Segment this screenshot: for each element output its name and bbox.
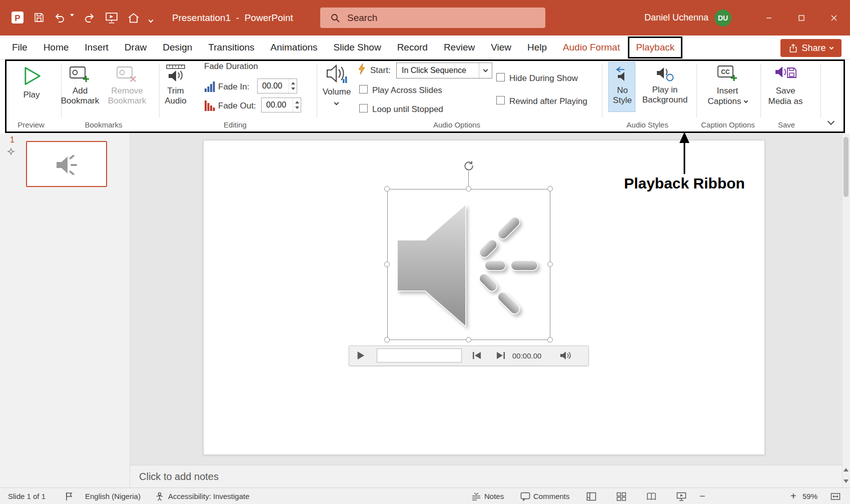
tab-record[interactable]: Record xyxy=(389,36,436,60)
tab-help[interactable]: Help xyxy=(519,36,555,60)
fade-in-label: Fade In: xyxy=(218,82,249,92)
tab-draw[interactable]: Draw xyxy=(117,36,155,60)
media-progress-bar[interactable] xyxy=(377,348,462,362)
loop-until-stopped-label: Loop until Stopped xyxy=(372,104,443,114)
annotation-label: Playback Ribbon xyxy=(609,175,759,192)
play-in-background-button[interactable]: Play in Background xyxy=(636,62,693,112)
fit-to-window-icon[interactable] xyxy=(830,492,840,501)
tab-transitions[interactable]: Transitions xyxy=(200,36,262,60)
tab-audio-format[interactable]: Audio Format xyxy=(555,36,628,60)
share-button[interactable]: Share xyxy=(780,39,841,57)
fade-out-icon xyxy=(204,100,215,112)
start-dropdown[interactable]: In Click Sequence xyxy=(396,62,492,78)
undo-dropdown-chevron-icon[interactable] xyxy=(70,16,74,26)
start-slideshow-button[interactable] xyxy=(105,12,118,24)
home-button[interactable] xyxy=(127,12,140,24)
group-label-audio-options: Audio Options xyxy=(414,120,499,129)
add-bookmark-button[interactable]: Add Bookmark xyxy=(56,62,104,110)
play-across-slides-checkbox[interactable] xyxy=(359,85,368,94)
no-style-button[interactable]: No Style xyxy=(608,62,635,112)
tab-review[interactable]: Review xyxy=(436,36,483,60)
insert-captions-button[interactable]: CC Insert Captions xyxy=(699,62,755,112)
trim-audio-label: Trim Audio xyxy=(156,86,195,106)
resize-handle-bottom-left[interactable] xyxy=(384,337,390,342)
tab-slide-show[interactable]: Slide Show xyxy=(326,36,389,60)
resize-handle-middle-right[interactable] xyxy=(547,262,553,267)
slide-1-thumbnail[interactable] xyxy=(26,141,107,187)
media-play-icon[interactable] xyxy=(356,350,365,361)
media-next-icon[interactable] xyxy=(496,352,506,360)
hide-during-show-checkbox[interactable] xyxy=(496,73,505,82)
fade-out-spinner[interactable] xyxy=(293,98,301,112)
resize-handle-top-left[interactable] xyxy=(384,186,390,192)
maximize-icon xyxy=(798,15,804,21)
scroll-down-button[interactable] xyxy=(842,476,850,486)
tab-home[interactable]: Home xyxy=(36,36,77,60)
trim-audio-button[interactable]: Trim Audio xyxy=(153,62,198,110)
resize-handle-bottom-right[interactable] xyxy=(547,337,553,342)
view-sorter-icon[interactable] xyxy=(616,492,626,501)
user-name[interactable]: Daniel Uchenna xyxy=(638,0,708,36)
zoom-level[interactable]: 59% xyxy=(802,488,817,504)
scrollbar-thumb[interactable] xyxy=(843,137,848,197)
share-chevron-icon[interactable] xyxy=(829,45,833,49)
media-volume-icon[interactable] xyxy=(559,350,571,360)
collapse-ribbon-icon[interactable] xyxy=(828,117,833,126)
rotate-handle-icon[interactable] xyxy=(463,160,474,171)
notes-toggle[interactable]: Notes xyxy=(484,488,504,504)
view-slideshow-icon[interactable] xyxy=(676,492,686,501)
tab-design[interactable]: Design xyxy=(155,36,200,60)
search-box[interactable]: Search xyxy=(320,8,545,28)
media-prev-icon[interactable] xyxy=(472,352,482,360)
save-button[interactable] xyxy=(33,12,45,24)
start-dropdown-value: In Click Sequence xyxy=(397,66,479,75)
start-dropdown-chevron-icon[interactable] xyxy=(479,63,492,78)
rewind-after-playing-checkbox[interactable] xyxy=(496,96,505,104)
language-status[interactable]: English (Nigeria) xyxy=(85,488,141,504)
quick-access-chevron-icon[interactable] xyxy=(149,15,153,24)
accessibility-person-icon xyxy=(155,492,164,501)
comments-toggle[interactable]: Comments xyxy=(533,488,570,504)
animation-star-icon[interactable] xyxy=(7,148,15,156)
resize-handle-bottom-center[interactable] xyxy=(466,337,471,342)
zoom-in-icon[interactable]: + xyxy=(790,488,796,504)
minimize-button[interactable] xyxy=(752,0,785,36)
redo-button[interactable] xyxy=(83,12,95,24)
scroll-down-icon xyxy=(843,480,848,483)
notes-pane[interactable]: Click to add notes xyxy=(130,465,842,488)
accessibility-status[interactable]: Accessibility: Investigate xyxy=(168,488,250,504)
close-button[interactable] xyxy=(817,0,850,36)
play-button[interactable]: Play xyxy=(15,62,48,110)
tab-animations[interactable]: Animations xyxy=(263,36,326,60)
redo-icon xyxy=(83,12,95,24)
comments-icon[interactable] xyxy=(520,492,530,501)
undo-button[interactable] xyxy=(54,12,66,24)
accessibility-flag-icon[interactable] xyxy=(65,492,73,501)
save-media-label-1: Save xyxy=(762,86,808,96)
ribbon-tab-bar: File Home Insert Draw Design Transitions… xyxy=(0,36,850,60)
fade-out-input[interactable]: 00.00 xyxy=(261,98,301,112)
zoom-out-icon[interactable]: − xyxy=(699,488,705,504)
resize-handle-top-right[interactable] xyxy=(547,186,553,192)
insert-captions-label-2: Captions xyxy=(707,96,741,106)
scroll-up-button[interactable] xyxy=(842,464,850,475)
tab-file[interactable]: File xyxy=(4,36,36,60)
avatar[interactable]: DU xyxy=(714,10,731,26)
maximize-button[interactable] xyxy=(785,0,817,36)
save-media-as-button[interactable]: Save Media as xyxy=(762,62,808,112)
loop-until-stopped-checkbox[interactable] xyxy=(359,104,368,112)
powerpoint-logo-icon: P xyxy=(10,10,25,25)
notes-icon[interactable] xyxy=(471,492,481,500)
view-normal-icon[interactable] xyxy=(586,492,596,501)
fade-in-spinner[interactable] xyxy=(289,79,297,93)
tab-view[interactable]: View xyxy=(483,36,519,60)
volume-button[interactable]: Volume xyxy=(321,62,353,110)
powerpoint-window: P Presentation1 - PowerPoint Search Dani… xyxy=(0,0,850,504)
view-reading-icon[interactable] xyxy=(646,492,656,500)
resize-handle-middle-left[interactable] xyxy=(384,262,390,267)
tab-insert[interactable]: Insert xyxy=(77,36,117,60)
resize-handle-top-center[interactable] xyxy=(466,186,471,192)
fade-in-input[interactable]: 00.00 xyxy=(257,78,297,94)
media-time: 00:00.00 xyxy=(512,346,541,366)
tab-playback[interactable]: Playback xyxy=(628,36,682,58)
